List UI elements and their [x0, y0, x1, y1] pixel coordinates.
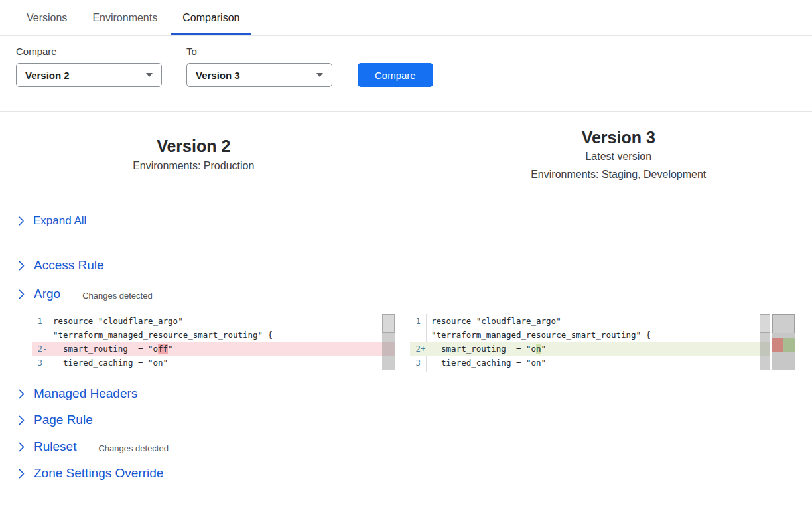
section-label: Zone Settings Override	[34, 466, 163, 481]
section-toggle-page-rule[interactable]: Page Rule	[18, 413, 93, 427]
expand-all-label: Expand All	[33, 214, 86, 228]
code-text: resource "cloudflare_argo"	[426, 314, 770, 328]
changes-detected-badge: Changes detected	[82, 291, 153, 301]
diff-row: 2- smart_routing = "off"	[32, 342, 395, 356]
addition-marker	[783, 338, 795, 352]
diff-marker	[421, 370, 426, 372]
code-text: smart_routing = "off"	[48, 342, 395, 356]
compare-to-group: To Version 3	[186, 46, 332, 87]
line-number: 4	[32, 370, 42, 372]
compare-button[interactable]: Compare	[358, 63, 433, 87]
diff-change-markers	[772, 338, 795, 352]
section-list: Access Rule Argo Changes detected 1resou…	[0, 258, 812, 481]
section-row-page-rule: Page Rule	[18, 413, 812, 427]
diff-marker	[42, 328, 48, 342]
to-label: To	[186, 46, 332, 56]
code-text: }	[426, 370, 770, 372]
version-left-title: Version 2	[0, 136, 387, 156]
code-text: "terraform_managed_resource_smart_routin…	[48, 328, 395, 342]
diff-row: "terraform_managed_resource_smart_routin…	[32, 328, 395, 342]
scrollbar[interactable]	[382, 314, 395, 370]
chevron-right-icon	[18, 289, 25, 299]
expand-all-button[interactable]: Expand All	[18, 214, 86, 228]
chevron-right-icon	[18, 389, 25, 399]
section-row-ruleset: Ruleset Changes detected	[18, 439, 812, 454]
diff-row: 3 tiered_caching = "on"	[32, 356, 395, 370]
code-text: resource "cloudflare_argo"	[48, 314, 395, 328]
compare-to-select[interactable]: Version 3	[186, 63, 332, 87]
chevron-right-icon	[18, 216, 25, 226]
diff-marker	[42, 314, 48, 328]
diff-marker	[421, 328, 426, 342]
compare-from-select[interactable]: Version 2	[16, 63, 162, 87]
section-label: Ruleset	[34, 439, 76, 454]
tab-environments[interactable]: Environments	[81, 0, 169, 35]
line-number: 4	[410, 370, 421, 372]
deletion-marker	[772, 338, 783, 352]
comparison-page: Versions Environments Comparison Compare…	[0, 0, 812, 523]
section-label: Page Rule	[34, 413, 93, 427]
compare-controls: Compare Version 2 To Version 3 Compare	[0, 36, 812, 112]
tab-bar: Versions Environments Comparison	[0, 0, 812, 36]
diff-row: 1resource "cloudflare_argo"	[32, 314, 395, 328]
argo-diff-viewer: 1resource "cloudflare_argo""terraform_ma…	[32, 314, 795, 372]
diff-marker: -	[42, 342, 48, 356]
chevron-right-icon	[18, 261, 25, 271]
section-toggle-managed-headers[interactable]: Managed Headers	[18, 386, 137, 401]
version-right-environments: Environments: Staging, Development	[425, 167, 812, 183]
diff-marker: +	[421, 342, 426, 356]
section-toggle-access-rule[interactable]: Access Rule	[18, 258, 104, 273]
chevron-down-icon	[316, 73, 323, 77]
section-row-access-rule: Access Rule	[18, 258, 812, 273]
tab-comparison[interactable]: Comparison	[171, 0, 251, 35]
scrollbar[interactable]	[760, 314, 770, 370]
version-headers: Version 2 Environments: Production Versi…	[0, 112, 812, 198]
diff-row: 2+ smart_routing = "on"	[410, 342, 770, 356]
diff-code-left: 1resource "cloudflare_argo""terraform_ma…	[32, 314, 395, 372]
diff-row: "terraform_managed_resource_smart_routin…	[410, 328, 770, 342]
compare-to-value: Version 3	[196, 70, 240, 81]
diff-pane-right-wrap: 1resource "cloudflare_argo""terraform_ma…	[410, 314, 795, 372]
diff-marker	[421, 314, 426, 328]
diff-row: 4}	[32, 370, 395, 372]
latest-version-label: Latest version	[425, 149, 812, 165]
section-row-zone-settings-override: Zone Settings Override	[18, 466, 812, 481]
diff-code-right: 1resource "cloudflare_argo""terraform_ma…	[410, 314, 770, 372]
code-text: tiered_caching = "on"	[48, 356, 395, 370]
diff-row: 4}	[410, 370, 770, 372]
diff-row: 3 tiered_caching = "on"	[410, 356, 770, 370]
chevron-right-icon	[18, 415, 25, 425]
compare-from-value: Version 2	[25, 70, 70, 81]
version-right-title: Version 3	[425, 127, 812, 147]
code-text: "terraform_managed_resource_smart_routin…	[426, 328, 770, 342]
section-toggle-argo[interactable]: Argo	[18, 287, 60, 301]
diff-marker	[42, 356, 48, 370]
version-left-environments: Environments: Production	[0, 158, 387, 174]
section-toggle-zone-settings-override[interactable]: Zone Settings Override	[18, 466, 163, 481]
line-number: 3	[32, 356, 42, 370]
code-text: }	[48, 370, 395, 372]
line-number: 1	[32, 314, 42, 328]
chevron-down-icon	[146, 73, 153, 77]
section-toggle-ruleset[interactable]: Ruleset	[18, 439, 76, 454]
code-text: tiered_caching = "on"	[426, 356, 770, 370]
compare-from-group: Compare Version 2	[16, 46, 162, 87]
expand-all-row: Expand All	[0, 198, 812, 244]
diff-overview-ruler[interactable]	[772, 314, 795, 370]
code-text: smart_routing = "on"	[426, 342, 770, 356]
diff-marker	[42, 370, 48, 372]
section-label: Argo	[34, 287, 60, 301]
line-number: 2	[32, 342, 42, 356]
diff-marker	[421, 356, 426, 370]
compare-label: Compare	[16, 46, 162, 56]
diff-row: 1resource "cloudflare_argo"	[410, 314, 770, 328]
line-number: 2	[410, 342, 421, 356]
tab-versions[interactable]: Versions	[15, 0, 78, 35]
section-row-managed-headers: Managed Headers	[18, 386, 812, 401]
section-row-argo: Argo Changes detected	[18, 287, 812, 301]
line-number	[410, 328, 421, 342]
line-number: 1	[410, 314, 421, 328]
section-label: Access Rule	[34, 258, 104, 273]
diff-pane-right: 1resource "cloudflare_argo""terraform_ma…	[410, 314, 770, 372]
line-number	[32, 328, 42, 342]
